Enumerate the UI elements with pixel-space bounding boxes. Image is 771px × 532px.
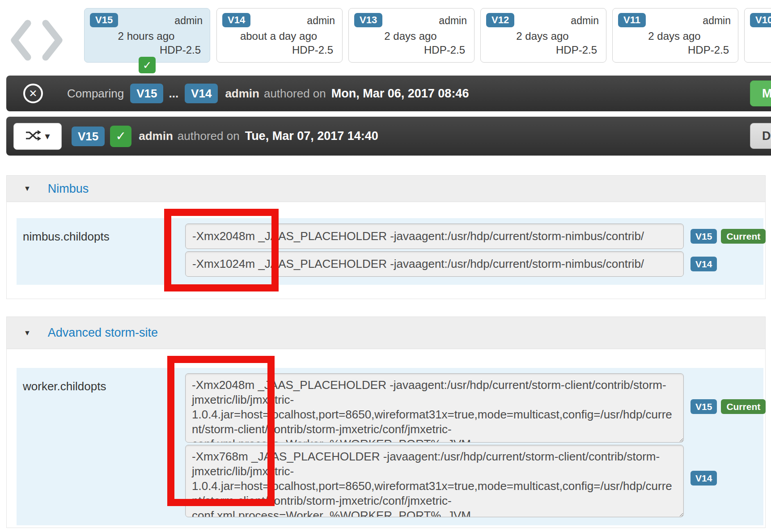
version-badge: V15 [90,13,118,27]
version-badge: V10 [750,13,771,27]
section-title-link[interactable]: Nimbus [48,182,89,196]
value-version-badge: V15 [691,229,717,244]
close-icon: ✕ [29,88,37,100]
discard-button[interactable]: Dis [750,123,771,149]
config-label: worker.childopts [23,373,185,517]
config-history-compare-page: V15 admin 2 hours ago HDP-2.5 ✓ V14 admi… [0,0,771,532]
comparing-label: Comparing [67,87,124,101]
chevron-left-icon [9,55,33,62]
version-bar: ▾ V15 ✓ admin authored on Tue, Mar 07, 2… [6,117,771,156]
displayed-version-badge: V15 [72,127,105,146]
version-badge: V12 [486,13,514,27]
card-author: admin [307,13,335,27]
make-current-button[interactable]: Ma [750,80,771,106]
collapse-caret-icon: ▼ [24,329,31,337]
config-row-worker-childopts: worker.childopts -Xmx2048m _JAAS_PLACEHO… [17,368,763,525]
config-value-input-v14[interactable] [185,251,684,277]
version-card-v14[interactable]: V14 admin about a day ago HDP-2.5 [216,8,343,63]
version-card-v13[interactable]: V13 admin 2 days ago HDP-2.5 [348,8,474,63]
version-card-v10[interactable]: V10 [744,8,771,63]
collapse-caret-icon: ▼ [24,185,31,193]
compare-date: Mon, Mar 06, 2017 08:46 [331,87,469,101]
section-advanced-storm-site: ▼ Advanced storm-site worker.childopts -… [6,317,766,528]
config-value-textarea-v15[interactable]: -Xmx2048m _JAAS_PLACEHOLDER -javaagent:/… [185,373,684,443]
close-compare-button[interactable]: ✕ [23,84,43,103]
next-versions-button[interactable] [40,20,64,61]
section-storm-site-header[interactable]: ▼ Advanced storm-site [6,317,766,349]
compare-separator: ... [169,87,178,101]
card-author: admin [439,13,467,27]
compare-bar: ✕ Comparing V15 ... V14 admin authored o… [6,76,771,111]
shuffle-icon [25,129,41,144]
card-author: admin [571,13,599,27]
card-time: 2 days ago [354,30,467,42]
switch-version-dropdown[interactable]: ▾ [13,123,62,150]
card-author: admin [703,13,731,27]
card-time: 2 days ago [486,30,599,42]
card-time: 2 hours ago [90,30,203,42]
current-check-icon: ✓ [110,126,131,147]
compare-author: admin [225,87,259,101]
section-title-link[interactable]: Advanced storm-site [48,326,158,340]
section-storm-site-body: worker.childopts -Xmx2048m _JAAS_PLACEHO… [6,349,766,528]
version-badge: V13 [354,13,382,27]
version-badge: V11 [618,13,646,27]
caret-down-icon: ▾ [45,131,50,141]
version-card-v12[interactable]: V12 admin 2 days ago HDP-2.5 [480,8,606,63]
value-version-badge: V14 [691,257,717,271]
compare-left-version-badge: V15 [130,84,163,103]
value-version-badge: V14 [691,471,717,486]
card-stack: HDP-2.5 [222,44,335,56]
card-time: about a day ago [222,30,335,42]
card-stack: HDP-2.5 [90,44,203,56]
chevron-right-icon [40,55,64,62]
config-value-input-v15[interactable] [185,224,684,249]
version-author: admin [139,129,173,143]
config-value-textarea-v14[interactable]: -Xmx768m _JAAS_PLACEHOLDER -javaagent:/u… [185,445,684,517]
prev-versions-button[interactable] [9,20,33,61]
version-date: Tue, Mar 07, 2017 14:40 [245,129,378,143]
section-nimbus: ▼ Nimbus nimbus.childopts V15 Current [6,175,766,299]
config-label: nimbus.childopts [23,224,185,277]
version-authored-text: authored on [178,129,240,143]
card-stack: HDP-2.5 [618,44,731,56]
card-stack: HDP-2.5 [354,44,467,56]
card-stack: HDP-2.5 [486,44,599,56]
current-badge: Current [721,229,766,244]
version-badge: V14 [222,13,250,27]
current-version-check-icon: ✓ [139,57,156,73]
version-card-v11[interactable]: V11 admin 2 days ago HDP-2.5 [612,8,738,63]
value-version-badge: V15 [691,399,717,414]
card-author: admin [174,13,203,27]
section-nimbus-body: nimbus.childopts V15 Current V14 [6,202,766,299]
compare-right-version-badge: V14 [185,84,218,103]
section-nimbus-header[interactable]: ▼ Nimbus [6,175,766,202]
compare-authored-text: authored on [264,87,326,101]
current-badge: Current [721,399,766,414]
version-card-v15[interactable]: V15 admin 2 hours ago HDP-2.5 [84,8,210,63]
card-time: 2 days ago [618,30,731,42]
config-row-nimbus-childopts: nimbus.childopts V15 Current V14 [17,218,763,285]
